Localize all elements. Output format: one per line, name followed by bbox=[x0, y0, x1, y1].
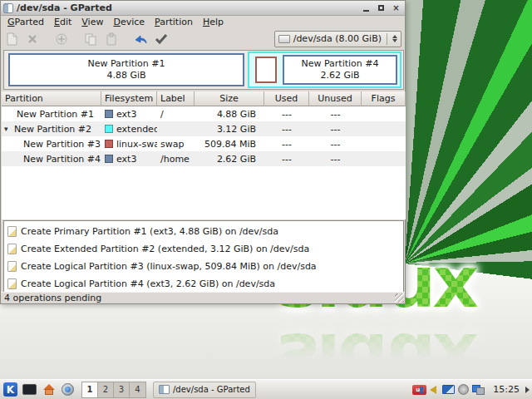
menu-view[interactable]: View bbox=[76, 16, 108, 28]
delete-partition-icon[interactable] bbox=[25, 32, 40, 47]
visual-partition-1-name: New Partition #1 bbox=[87, 58, 165, 70]
label-cell: swap bbox=[157, 139, 195, 150]
apply-icon[interactable] bbox=[154, 32, 169, 47]
maximize-icon bbox=[378, 5, 384, 11]
system-tray: us 15:25 bbox=[412, 384, 530, 395]
table-row[interactable]: New Partition #4 ext3 /home 2.62 GiB ---… bbox=[2, 151, 406, 166]
operation-item[interactable]: Create Logical Partition #4 (ext3, 2.62 … bbox=[4, 275, 403, 293]
maximize-button[interactable] bbox=[375, 2, 387, 13]
browser-launcher[interactable] bbox=[59, 382, 76, 398]
operation-doc-icon bbox=[7, 278, 17, 289]
filesystem-color-chip bbox=[105, 155, 113, 163]
operation-item[interactable]: Create Extended Partition #2 (extended, … bbox=[4, 240, 403, 258]
menu-gparted[interactable]: GParted bbox=[2, 16, 49, 28]
partition-visual-bar: New Partition #1 4.88 GiB New Partition … bbox=[3, 50, 404, 90]
unused-cell: --- bbox=[309, 124, 362, 135]
new-partition-icon[interactable] bbox=[4, 32, 19, 47]
visual-extended-partition[interactable]: New Partition #4 2.62 GiB bbox=[248, 52, 401, 88]
label-cell: /home bbox=[157, 154, 195, 165]
operations-panel: Create Primary Partition #1 (ext3, 4.88 … bbox=[3, 220, 404, 293]
menu-partition[interactable]: Partition bbox=[150, 16, 198, 28]
volume-icon[interactable] bbox=[430, 386, 436, 394]
col-unused[interactable]: Unused bbox=[309, 91, 362, 106]
visual-partition-4-size: 2.62 GiB bbox=[320, 70, 359, 81]
statusbar-text: 4 operations pending bbox=[4, 293, 101, 303]
resize-grip[interactable] bbox=[395, 293, 404, 303]
panel-expand-arrow-icon[interactable] bbox=[525, 387, 530, 393]
workspace-2[interactable]: 2 bbox=[98, 382, 114, 397]
table-row[interactable]: ▾New Partition #2 extended 3.12 GiB --- … bbox=[2, 121, 406, 136]
minimize-button[interactable] bbox=[360, 2, 372, 13]
network-icon[interactable] bbox=[472, 385, 485, 395]
table-row[interactable]: New Partition #1 ext3 / 4.88 GiB --- --- bbox=[2, 106, 406, 121]
workspace-1[interactable]: 1 bbox=[82, 382, 98, 397]
size-cell: 3.12 GiB bbox=[195, 124, 264, 135]
workspace-4[interactable]: 4 bbox=[130, 382, 145, 397]
display-settings-icon[interactable] bbox=[442, 385, 455, 394]
minimize-icon bbox=[363, 10, 369, 12]
filesystem-color-chip bbox=[105, 140, 113, 148]
menu-edit[interactable]: Edit bbox=[49, 16, 76, 28]
visual-partition-1-size: 4.88 GiB bbox=[106, 70, 145, 81]
partition-name: New Partition #4 bbox=[23, 154, 101, 165]
taskbar-clock[interactable]: 15:25 bbox=[493, 384, 520, 395]
workspace-pager: 1 2 3 4 bbox=[81, 382, 146, 398]
unused-cell: --- bbox=[309, 154, 362, 165]
globe-icon bbox=[62, 383, 74, 396]
filesystem-color-chip bbox=[105, 125, 113, 133]
visual-partition-1[interactable]: New Partition #1 4.88 GiB bbox=[8, 53, 244, 86]
arrow-down-icon bbox=[392, 39, 397, 42]
operation-item[interactable]: Create Primary Partition #1 (ext3, 4.88 … bbox=[4, 223, 403, 240]
filesystem-name: linux-swap bbox=[116, 139, 157, 150]
col-filesystem[interactable]: Filesystem bbox=[101, 91, 157, 106]
operation-doc-icon bbox=[7, 226, 17, 237]
taskbar: K 1 2 3 4 /dev/sda - GParted us 15:25 bbox=[0, 379, 532, 399]
filesystem-color-chip bbox=[105, 110, 113, 118]
toolbar: /dev/sda (8.00 GiB) bbox=[1, 28, 405, 49]
operation-text: Create Primary Partition #1 (ext3, 4.88 … bbox=[21, 226, 278, 237]
size-cell: 2.62 GiB bbox=[195, 154, 264, 165]
operation-text: Create Logical Partition #3 (linux-swap,… bbox=[21, 261, 317, 272]
gparted-window: /dev/sda - GParted × GParted Edit View D… bbox=[0, 0, 406, 304]
device-selector[interactable]: /dev/sda (8.00 GiB) bbox=[274, 31, 401, 47]
workspace-3[interactable]: 3 bbox=[114, 382, 130, 397]
col-label[interactable]: Label bbox=[157, 91, 195, 106]
partition-name: New Partition #2 bbox=[14, 124, 91, 135]
used-cell: --- bbox=[264, 154, 309, 165]
operation-doc-icon bbox=[7, 244, 17, 254]
label-cell: / bbox=[157, 109, 195, 120]
undo-icon[interactable] bbox=[133, 32, 148, 47]
window-title: /dev/sda - GParted bbox=[17, 2, 360, 13]
copy-icon[interactable] bbox=[83, 32, 98, 47]
col-partition[interactable]: Partition bbox=[2, 91, 101, 106]
terminal-icon bbox=[22, 384, 37, 395]
paste-icon[interactable] bbox=[104, 32, 119, 47]
filesystem-name: extended bbox=[116, 124, 157, 135]
operation-item[interactable]: Create Logical Partition #3 (linux-swap,… bbox=[4, 258, 403, 275]
close-button[interactable]: × bbox=[390, 2, 402, 13]
kmenu-icon: K bbox=[3, 382, 17, 397]
unused-cell: --- bbox=[309, 109, 362, 120]
col-flags[interactable]: Flags bbox=[362, 91, 406, 106]
menu-device[interactable]: Device bbox=[108, 16, 150, 28]
statusbar: 4 operations pending bbox=[1, 292, 405, 303]
col-used[interactable]: Used bbox=[264, 91, 309, 106]
size-cell: 4.88 GiB bbox=[195, 109, 264, 120]
expander-icon[interactable]: ▾ bbox=[4, 125, 12, 133]
home-launcher[interactable] bbox=[40, 382, 57, 398]
menu-help[interactable]: Help bbox=[198, 16, 229, 28]
task-button-gparted[interactable]: /dev/sda - GParted bbox=[153, 382, 256, 398]
visual-partition-4-name: New Partition #4 bbox=[301, 58, 378, 70]
resize-move-icon[interactable] bbox=[54, 32, 69, 47]
table-row[interactable]: New Partition #3 linux-swap swap 509.84 … bbox=[2, 136, 406, 151]
col-size[interactable]: Size bbox=[195, 91, 264, 106]
gparted-task-icon bbox=[159, 385, 170, 394]
terminal-launcher[interactable] bbox=[21, 382, 38, 398]
clipboard-icon[interactable] bbox=[458, 384, 469, 395]
used-cell: --- bbox=[264, 139, 309, 150]
kmenu-button[interactable]: K bbox=[2, 382, 19, 398]
home-icon bbox=[42, 384, 56, 396]
visual-swap-partition[interactable] bbox=[255, 57, 277, 83]
titlebar[interactable]: /dev/sda - GParted × bbox=[1, 1, 405, 16]
visual-partition-4[interactable]: New Partition #4 2.62 GiB bbox=[283, 55, 397, 85]
